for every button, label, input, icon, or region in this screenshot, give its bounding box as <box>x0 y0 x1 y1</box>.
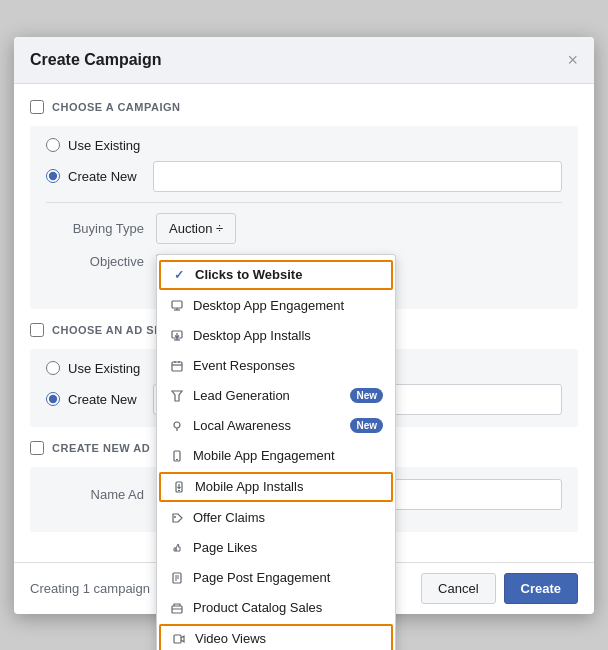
dropdown-item-label-event-responses: Event Responses <box>193 358 383 373</box>
video-icon <box>171 631 187 647</box>
close-button[interactable]: × <box>567 51 578 69</box>
buying-type-label: Buying Type <box>46 221 156 236</box>
badge-local-awareness: New <box>350 418 383 433</box>
buying-type-value: Auction ÷ <box>169 221 223 236</box>
create-new-row: Create New Toonie Tournaments <box>46 161 562 192</box>
objective-dropdown-container: ↗ Clicks to Website ✓Clicks to WebsiteDe… <box>156 254 562 287</box>
badge-lead-generation: New <box>350 388 383 403</box>
svg-rect-7 <box>172 362 182 371</box>
dropdown-item-product-catalog-sales[interactable]: Product Catalog Sales <box>157 593 395 623</box>
mobile-down-icon <box>171 479 187 495</box>
dropdown-item-lead-generation[interactable]: Lead GenerationNew <box>157 381 395 411</box>
dropdown-item-local-awareness[interactable]: Local AwarenessNew <box>157 411 395 441</box>
create-new-radio[interactable] <box>46 169 60 183</box>
dropdown-item-clicks-to-website[interactable]: ✓Clicks to Website <box>159 260 393 290</box>
dropdown-item-desktop-app-installs[interactable]: Desktop App Installs <box>157 321 395 351</box>
dropdown-item-label-local-awareness: Local Awareness <box>193 418 338 433</box>
section-divider <box>46 202 562 203</box>
ad-set-section-checkbox[interactable] <box>30 323 44 337</box>
desktop-down-icon <box>169 328 185 344</box>
dropdown-item-label-page-likes: Page Likes <box>193 540 383 555</box>
modal-title: Create Campaign <box>30 51 162 69</box>
ad-section-label: CREATE NEW AD <box>52 442 150 454</box>
footer-actions: Cancel Create <box>421 573 578 604</box>
footer-status: Creating 1 campaign <box>30 581 150 596</box>
dropdown-item-page-post-engagement[interactable]: Page Post Engagement <box>157 563 395 593</box>
dropdown-item-video-views[interactable]: Video Views <box>159 624 393 651</box>
dropdown-item-desktop-app-engagement[interactable]: Desktop App Engagement <box>157 291 395 321</box>
svg-rect-0 <box>172 301 182 308</box>
catalog-icon <box>169 600 185 616</box>
dropdown-item-label-mobile-app-engagement: Mobile App Engagement <box>193 448 383 463</box>
objective-row: Objective ↗ Clicks to Website ✓Clicks to… <box>46 254 562 287</box>
svg-point-19 <box>174 516 176 518</box>
pin-icon <box>169 418 185 434</box>
funnel-icon <box>169 388 185 404</box>
dropdown-item-page-likes[interactable]: Page Likes <box>157 533 395 563</box>
modal-body: CHOOSE A CAMPAIGN Use Existing Create Ne… <box>14 84 594 562</box>
dropdown-item-label-desktop-app-installs: Desktop App Installs <box>193 328 383 343</box>
create-new-label: Create New <box>68 169 137 184</box>
tag-icon <box>169 510 185 526</box>
svg-marker-11 <box>172 391 182 401</box>
create-campaign-modal: Create Campaign × CHOOSE A CAMPAIGN Use … <box>14 37 594 614</box>
create-button[interactable]: Create <box>504 573 578 604</box>
campaign-section-header: CHOOSE A CAMPAIGN <box>30 100 578 114</box>
ad-set-create-new-radio[interactable] <box>46 392 60 406</box>
ad-section-checkbox[interactable] <box>30 441 44 455</box>
use-existing-label: Use Existing <box>68 138 140 153</box>
dropdown-item-label-video-views: Video Views <box>195 631 381 646</box>
dropdown-item-label-offer-claims: Offer Claims <box>193 510 383 525</box>
dropdown-item-label-lead-generation: Lead Generation <box>193 388 338 403</box>
campaign-section: CHOOSE A CAMPAIGN Use Existing Create Ne… <box>30 100 578 309</box>
ad-set-use-existing-radio[interactable] <box>46 361 60 375</box>
mobile-icon <box>169 448 185 464</box>
svg-point-12 <box>174 422 180 428</box>
ad-set-section-label: CHOOSE AN AD SET <box>52 324 169 336</box>
objective-dropdown-menu: ✓Clicks to WebsiteDesktop App Engagement… <box>156 254 396 651</box>
dropdown-item-label-product-catalog-sales: Product Catalog Sales <box>193 600 383 615</box>
desktop-icon <box>169 298 185 314</box>
dropdown-item-label-mobile-app-installs: Mobile App Installs <box>195 479 381 494</box>
buying-type-select[interactable]: Auction ÷ <box>156 213 236 244</box>
dropdown-item-mobile-app-engagement[interactable]: Mobile App Engagement <box>157 441 395 471</box>
campaign-section-content: Use Existing Create New Toonie Tournamen… <box>30 126 578 309</box>
cancel-button[interactable]: Cancel <box>421 573 495 604</box>
page-post-icon <box>169 570 185 586</box>
dropdown-item-mobile-app-installs[interactable]: Mobile App Installs <box>159 472 393 502</box>
campaign-section-label: CHOOSE A CAMPAIGN <box>52 101 181 113</box>
objective-label: Objective <box>46 254 156 269</box>
buying-type-row: Buying Type Auction ÷ <box>46 213 562 244</box>
dropdown-item-offer-claims[interactable]: Offer Claims <box>157 503 395 533</box>
use-existing-row: Use Existing <box>46 138 562 153</box>
modal-header: Create Campaign × <box>14 37 594 84</box>
ad-set-create-new-label: Create New <box>68 392 137 407</box>
ad-name-label: Name Ad <box>46 487 156 502</box>
campaign-section-checkbox[interactable] <box>30 100 44 114</box>
campaign-name-input[interactable]: Toonie Tournaments <box>153 161 562 192</box>
dropdown-item-event-responses[interactable]: Event Responses <box>157 351 395 381</box>
use-existing-radio[interactable] <box>46 138 60 152</box>
event-icon <box>169 358 185 374</box>
thumb-icon <box>169 540 185 556</box>
svg-rect-26 <box>174 635 181 643</box>
dropdown-item-label-desktop-app-engagement: Desktop App Engagement <box>193 298 383 313</box>
dropdown-item-label-clicks-to-website: Clicks to Website <box>195 267 381 282</box>
dropdown-item-label-page-post-engagement: Page Post Engagement <box>193 570 383 585</box>
cursor-icon: ✓ <box>171 267 187 283</box>
ad-set-use-existing-label: Use Existing <box>68 361 140 376</box>
